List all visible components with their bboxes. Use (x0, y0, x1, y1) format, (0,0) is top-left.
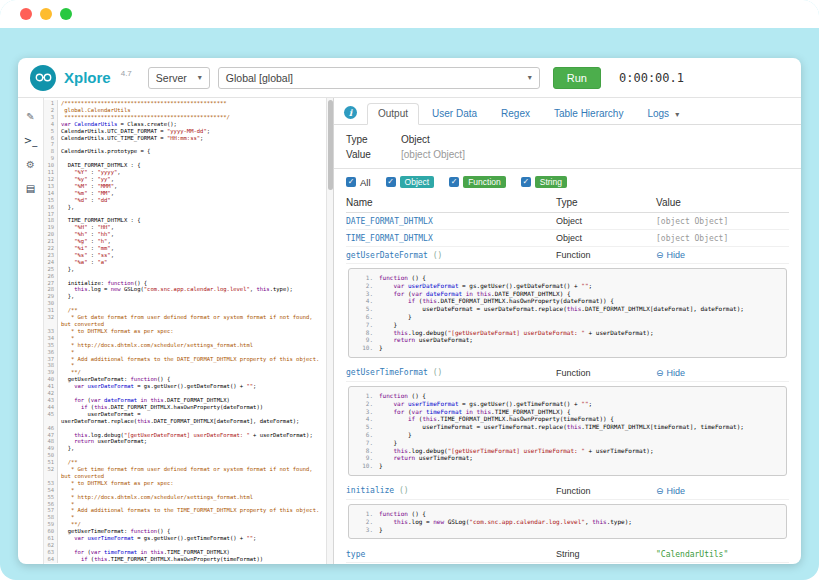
editor-line: 32 * Get date format from user defined f… (44, 314, 333, 328)
editor-line: 40 getUserDateFormat: function() { (44, 376, 333, 383)
zoom-button[interactable] (60, 8, 72, 20)
line-number: 31 (44, 307, 58, 314)
checkbox-icon[interactable]: ✓ (386, 177, 396, 187)
source-line-text: } (379, 344, 383, 352)
table-row: initialize ()Function⊖Hide (346, 483, 789, 500)
line-number: 50 (44, 452, 58, 459)
tab-output[interactable]: Output (367, 103, 419, 125)
result-name-link[interactable]: TIME_FORMAT_DHTMLX (346, 234, 556, 243)
source-line-text: } (379, 313, 412, 321)
source-line: 4. if (this.DATE_FORMAT_DHTMLX.hasOwnPro… (357, 297, 778, 305)
line-text: "%M" : "MMM", (58, 183, 333, 190)
console-icon[interactable]: >_ (24, 136, 37, 146)
line-number: 39 (44, 369, 58, 376)
line-number: 57 (44, 507, 58, 514)
editor-scrollbar[interactable] (326, 98, 333, 564)
line-text (58, 452, 333, 459)
line-text: * (58, 335, 333, 342)
source-line-number: 4. (357, 415, 373, 423)
line-text: * (58, 501, 333, 508)
open-script-icon[interactable]: ✎ (26, 112, 34, 122)
info-icon[interactable]: i (344, 106, 357, 119)
code-editor[interactable]: 1/**************************************… (44, 98, 334, 564)
run-button[interactable]: Run (553, 67, 601, 89)
scrollbar-thumb[interactable] (328, 100, 333, 190)
scope-select[interactable]: Global [global] ▾ (218, 67, 540, 89)
line-text: }, (58, 445, 333, 452)
hide-toggle[interactable]: ⊖Hide (656, 486, 685, 496)
filter-object[interactable]: ✓Object (386, 176, 435, 188)
source-line-text: function () { (379, 274, 426, 282)
filter-string[interactable]: ✓String (521, 176, 567, 188)
line-number: 28 (44, 286, 58, 293)
source-line-number: 4. (357, 297, 373, 305)
line-text: **/ (58, 369, 333, 376)
source-line: 9. return userTimeFormat; (357, 454, 778, 462)
tab-regex[interactable]: Regex (490, 103, 541, 125)
source-line-text: function () { (379, 510, 426, 518)
source-line-number: 2. (357, 400, 373, 408)
summary-value-row: Value [object Object] (346, 147, 789, 162)
result-type: Function (556, 250, 656, 260)
line-text: getUserTimeFormat: function() { (58, 528, 333, 535)
line-text: }, (58, 204, 333, 211)
line-number: 44 (44, 404, 58, 411)
result-name-link[interactable]: initialize () (346, 486, 556, 495)
close-button[interactable] (20, 8, 32, 20)
line-text: * to DHTMLX format as per spec: (58, 328, 333, 335)
line-number: 32 (44, 314, 58, 328)
editor-line: 38 * (44, 362, 333, 369)
function-source-block: 1.function () {2. var userDateFormat = g… (348, 268, 787, 358)
filter-label: Function (463, 176, 506, 188)
line-number: 58 (44, 514, 58, 521)
filter-function[interactable]: ✓Function (449, 176, 506, 188)
hide-toggle[interactable]: ⊖Hide (656, 250, 685, 260)
editor-line: 14 "%m" : "MM", (44, 190, 333, 197)
line-text: CalendarUtils.prototype = { (58, 148, 333, 155)
checkbox-icon[interactable]: ✓ (449, 177, 459, 187)
result-name-link[interactable]: getUserTimeFormat () (346, 368, 556, 377)
source-line: 9. return userDateFormat; (357, 336, 778, 344)
tab-user-data[interactable]: User Data (421, 103, 488, 125)
tab-logs[interactable]: Logs▾ (636, 103, 690, 125)
editor-line: 50 (44, 452, 333, 459)
source-line: 3. for (var dateFormat in this.DATE_FORM… (357, 290, 778, 298)
line-text (58, 542, 333, 549)
filter-all[interactable]: ✓All (346, 177, 371, 188)
editor-line: 7 (44, 141, 333, 148)
hide-toggle[interactable]: ⊖Hide (656, 368, 685, 378)
checkbox-icon[interactable]: ✓ (521, 177, 531, 187)
editor-line: 52 * Get time format from user defined f… (44, 466, 333, 480)
line-text: * Add additional formats to the DATE_FOR… (58, 356, 333, 363)
editor-line: 45 userDateFormat = userDateFormat.repla… (44, 411, 333, 425)
checkbox-icon[interactable]: ✓ (346, 177, 356, 187)
result-type: String (556, 549, 656, 559)
source-line-text: if (this.TIME_FORMAT_DHTMLX.hasOwnProper… (379, 415, 614, 423)
result-name-link[interactable]: DATE_FORMAT_DHTMLX (346, 217, 556, 226)
line-text: * (58, 362, 333, 369)
source-line-number: 10. (357, 462, 373, 470)
source-line-number: 5. (357, 305, 373, 313)
line-number: 41 (44, 383, 58, 390)
source-line-number: 10. (357, 344, 373, 352)
data-tables-icon[interactable]: ▤ (26, 184, 35, 194)
server-select[interactable]: Server ▾ (148, 67, 210, 89)
line-text: * to DHTMLX format as per spec: (58, 480, 333, 487)
line-text: * (58, 487, 333, 494)
editor-line: 37 * Add additional formats to the DATE_… (44, 356, 333, 363)
result-type: Function (556, 368, 656, 378)
minimize-button[interactable] (40, 8, 52, 20)
editor-line: 60 getUserTimeFormat: function() { (44, 528, 333, 535)
value-value: [object Object] (401, 149, 465, 160)
source-line: 7. } (357, 439, 778, 447)
source-line: 3.} (357, 526, 778, 534)
line-text (58, 273, 333, 280)
result-name-link[interactable]: type (346, 550, 556, 559)
line-text: * Get time format from user defined form… (58, 466, 333, 480)
table-row: getUserTimeFormat ()Function⊖Hide (346, 365, 789, 382)
result-name-link[interactable]: getUserDateFormat () (346, 251, 556, 260)
line-number: 54 (44, 487, 58, 494)
tab-table-hierarchy[interactable]: Table Hierarchy (543, 103, 634, 125)
editor-line: 27 initialize: function() { (44, 280, 333, 287)
settings-icon[interactable]: ⚙ (26, 160, 35, 170)
